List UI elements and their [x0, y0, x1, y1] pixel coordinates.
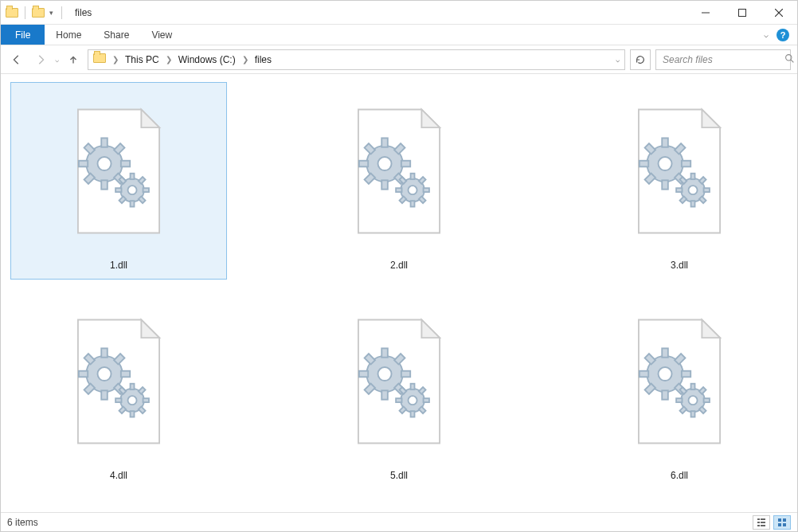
chevron-right-icon[interactable]: ❯ — [111, 55, 120, 64]
chevron-right-icon[interactable]: ❯ — [241, 55, 250, 64]
close-button[interactable] — [761, 1, 797, 25]
large-icons-view-button[interactable] — [773, 515, 791, 530]
window-controls — [687, 1, 797, 25]
svg-rect-12 — [778, 518, 781, 522]
navigation-bar: ⌵ ❯ This PC ❯ Windows (C:) ❯ files ⌵ — [1, 45, 797, 74]
file-item[interactable]: 3.dll — [571, 82, 788, 280]
address-dropdown-icon[interactable]: ⌵ — [616, 56, 620, 64]
svg-rect-7 — [761, 518, 765, 520]
maximize-button[interactable] — [724, 1, 761, 25]
breadcrumb-item[interactable]: files — [252, 50, 275, 69]
dll-file-icon — [616, 298, 743, 465]
file-name: 1.dll — [110, 260, 127, 271]
separator — [25, 6, 25, 19]
file-list-pane[interactable]: 1.dll 2.dll 3.dll 4.dll 5.dll 6.dll — [1, 74, 797, 512]
dll-file-icon — [616, 88, 743, 255]
svg-line-5 — [791, 60, 793, 62]
svg-rect-13 — [783, 518, 786, 522]
ribbon-collapse-icon[interactable]: ⌵ — [764, 30, 769, 39]
separator — [61, 6, 62, 19]
svg-rect-8 — [757, 522, 760, 523]
file-name: 5.dll — [390, 470, 408, 481]
dll-file-icon — [335, 88, 463, 255]
svg-rect-14 — [778, 523, 781, 526]
svg-rect-9 — [761, 522, 765, 523]
svg-rect-11 — [761, 525, 765, 526]
chevron-right-icon[interactable]: ❯ — [164, 55, 174, 64]
file-item[interactable]: 2.dll — [291, 82, 507, 280]
file-item[interactable]: 4.dll — [10, 292, 227, 490]
window-title: files — [75, 7, 92, 18]
tab-home[interactable]: Home — [45, 25, 92, 45]
file-name: 3.dll — [671, 260, 688, 271]
help-icon[interactable]: ? — [776, 29, 789, 41]
file-item[interactable]: 5.dll — [291, 292, 507, 490]
file-item[interactable]: 1.dll — [10, 82, 227, 280]
folder-icon — [6, 8, 18, 18]
file-item[interactable]: 6.dll — [571, 292, 788, 490]
svg-rect-6 — [757, 518, 760, 520]
item-count: 6 items — [7, 517, 38, 528]
breadcrumb-item[interactable]: Windows (C:) — [175, 50, 239, 69]
ribbon-tabs: File Home Share View ⌵ ? — [1, 25, 797, 45]
recent-locations-icon[interactable]: ⌵ — [55, 56, 59, 64]
qat-dropdown-icon[interactable]: ▾ — [48, 9, 55, 17]
search-input[interactable] — [661, 53, 784, 66]
details-view-button[interactable] — [753, 515, 770, 530]
dll-file-icon — [55, 88, 182, 255]
folder-icon — [90, 53, 109, 65]
tab-share[interactable]: Share — [92, 25, 140, 45]
address-bar[interactable]: ❯ This PC ❯ Windows (C:) ❯ files ⌵ — [88, 49, 625, 70]
dll-file-icon — [335, 298, 463, 465]
svg-point-4 — [786, 54, 792, 60]
dll-file-icon — [55, 298, 182, 465]
status-bar: 6 items — [1, 512, 797, 531]
back-button[interactable] — [7, 50, 26, 69]
up-button[interactable] — [64, 50, 83, 69]
folder-icon[interactable] — [32, 8, 45, 18]
svg-rect-1 — [739, 9, 746, 16]
svg-rect-10 — [757, 525, 760, 526]
file-name: 2.dll — [390, 260, 408, 271]
breadcrumb-item[interactable]: This PC — [122, 50, 162, 69]
quick-access-toolbar: ▾ files — [1, 6, 92, 19]
search-box[interactable] — [655, 49, 791, 70]
refresh-button[interactable] — [630, 49, 651, 70]
tab-view[interactable]: View — [140, 25, 183, 45]
forward-button[interactable] — [31, 50, 50, 69]
minimize-button[interactable] — [687, 1, 724, 25]
file-name: 6.dll — [671, 470, 688, 481]
file-name: 4.dll — [110, 470, 127, 481]
search-icon[interactable] — [784, 53, 795, 66]
svg-rect-15 — [783, 523, 786, 526]
file-tab[interactable]: File — [1, 25, 45, 45]
title-bar: ▾ files — [1, 1, 797, 25]
